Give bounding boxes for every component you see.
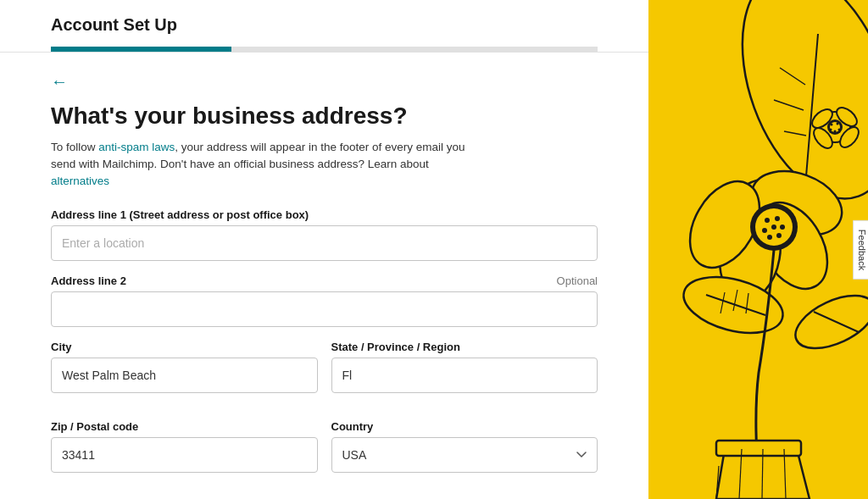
address-line1-label: Address line 1 (Street address or post o… [51, 208, 309, 221]
address-line1-label-row: Address line 1 (Street address or post o… [51, 208, 598, 221]
svg-point-42 [830, 129, 832, 131]
form-content: ← What's your business address? To follo… [0, 53, 648, 499]
zip-label: Zip / Postal code [51, 420, 138, 433]
anti-spam-link[interactable]: anti-spam laws [98, 141, 175, 153]
zip-country-row: Zip / Postal code Country USA Canada Uni… [51, 420, 598, 486]
page-heading: What's your business address? [51, 102, 598, 130]
description-part1: To follow [51, 141, 98, 153]
address-line2-input[interactable] [51, 291, 598, 327]
svg-point-14 [780, 225, 785, 230]
svg-point-17 [762, 228, 767, 233]
city-label: City [51, 341, 72, 353]
svg-point-40 [838, 129, 841, 131]
address-line2-label: Address line 2 [51, 274, 126, 287]
svg-point-13 [775, 216, 780, 221]
zip-input[interactable] [51, 437, 318, 473]
alternatives-link[interactable]: alternatives [51, 175, 109, 187]
city-label-row: City [51, 341, 318, 353]
page-header: Account Set Up [0, 0, 648, 53]
back-button[interactable]: ← [51, 73, 68, 90]
svg-rect-26 [716, 441, 801, 456]
svg-point-16 [767, 235, 772, 240]
zip-label-row: Zip / Postal code [51, 420, 318, 433]
optional-badge: Optional [557, 274, 598, 287]
address-line1-group: Address line 1 (Street address or post o… [51, 208, 598, 261]
svg-point-18 [771, 225, 776, 230]
address-line2-label-row: Address line 2 Optional [51, 274, 598, 287]
progress-bar-container [51, 47, 598, 52]
progress-bar-fill [51, 47, 231, 52]
address-line2-group: Address line 2 Optional [51, 274, 598, 327]
page-title: Account Set Up [51, 15, 598, 47]
svg-point-38 [831, 124, 833, 126]
feedback-tab[interactable]: Feedback [853, 219, 868, 279]
state-input[interactable] [331, 358, 598, 393]
description-text: To follow anti-spam laws, your address w… [51, 139, 475, 191]
city-state-row: City State / Province / Region [51, 341, 598, 407]
city-group: City [51, 341, 318, 393]
main-panel: Account Set Up ← What's your business ad… [0, 0, 648, 499]
country-group: Country USA Canada United Kingdom Austra… [331, 420, 598, 473]
svg-point-41 [834, 130, 837, 133]
zip-group: Zip / Postal code [51, 420, 318, 473]
illustration [648, 0, 868, 499]
svg-point-15 [776, 233, 782, 238]
city-input[interactable] [51, 358, 318, 393]
state-group: State / Province / Region [331, 341, 598, 393]
svg-point-39 [837, 123, 839, 125]
svg-point-12 [765, 218, 770, 223]
side-panel: Feedback [648, 0, 868, 499]
country-label-row: Country [331, 420, 598, 433]
svg-point-24 [787, 285, 868, 359]
state-label-row: State / Province / Region [331, 341, 598, 353]
country-label: Country [331, 420, 374, 433]
state-label: State / Province / Region [331, 341, 460, 353]
country-select[interactable]: USA Canada United Kingdom Australia Othe… [331, 437, 598, 473]
address-line1-input[interactable] [51, 225, 598, 261]
